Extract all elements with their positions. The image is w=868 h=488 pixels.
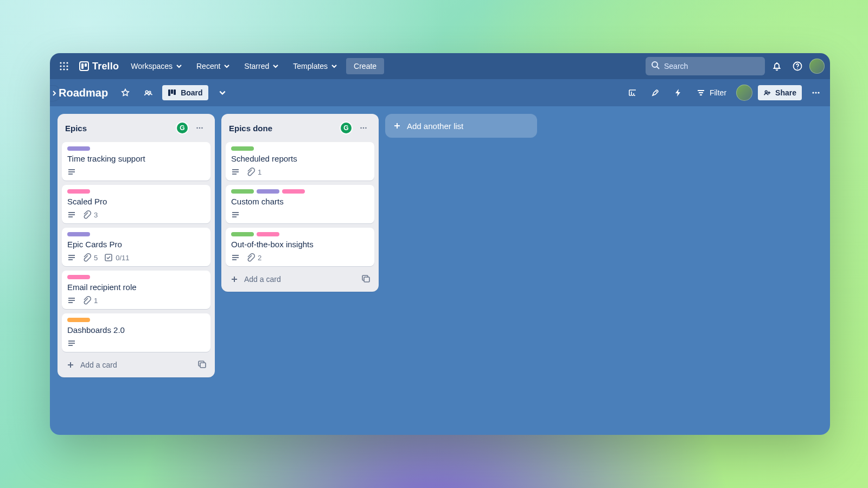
rocket-icon[interactable] <box>647 84 664 101</box>
label-green[interactable] <box>231 232 254 236</box>
create-label: Create <box>354 62 376 70</box>
board-view-button[interactable]: Board <box>162 85 208 100</box>
card-badges: 2 <box>231 253 369 262</box>
card-title: Scaled Pro <box>67 197 205 206</box>
card-template-icon[interactable] <box>361 274 370 284</box>
add-list-button[interactable]: Add another list <box>385 114 537 138</box>
list-menu-icon[interactable] <box>356 120 371 136</box>
attachments-badge: 1 <box>246 168 261 176</box>
card-badges: 1 <box>231 168 369 176</box>
list-menu-icon[interactable] <box>192 120 207 136</box>
list-title[interactable]: Epics done <box>229 124 336 133</box>
label-purple[interactable] <box>257 189 279 194</box>
card[interactable]: Time tracking support <box>62 142 210 181</box>
svg-point-26 <box>196 127 198 129</box>
checklist-badge: 0/11 <box>104 253 129 262</box>
board-menu-icon[interactable] <box>807 84 825 101</box>
attachments-badge: 5 <box>82 253 98 262</box>
board-canvas[interactable]: Epics G Time tracking support Scaled Pro <box>50 106 830 435</box>
add-card-button[interactable]: Add a card <box>62 356 210 373</box>
menu-starred[interactable]: Starred <box>239 59 284 74</box>
powerup-icon[interactable] <box>624 84 641 101</box>
svg-point-3 <box>60 65 61 67</box>
label-green[interactable] <box>231 189 254 194</box>
card[interactable]: Email recipient role 1 <box>62 271 210 309</box>
card-labels <box>67 146 205 151</box>
brand[interactable]: Trello <box>76 61 122 72</box>
svg-rect-20 <box>174 89 176 95</box>
label-pink[interactable] <box>67 189 90 194</box>
star-icon[interactable] <box>117 84 134 101</box>
list-header: Epics done G <box>226 119 374 138</box>
create-button[interactable]: Create <box>346 58 384 74</box>
attachments-badge: 3 <box>82 210 98 219</box>
share-label: Share <box>775 88 796 97</box>
svg-point-1 <box>63 62 65 63</box>
workspace-visibility-icon[interactable] <box>139 84 157 101</box>
menu-label: Starred <box>244 62 269 70</box>
card[interactable]: Dashboards 2.0 <box>62 313 210 352</box>
card-labels <box>67 232 205 236</box>
card-title: Email recipient role <box>67 282 205 292</box>
card[interactable]: Epic Cards Pro 5 0/11 <box>62 228 210 266</box>
card-labels <box>67 275 205 279</box>
label-pink[interactable] <box>257 232 279 236</box>
card-labels <box>67 189 205 194</box>
svg-point-33 <box>363 127 365 129</box>
list-title[interactable]: Epics <box>65 124 173 133</box>
board-name[interactable]: Roadmap <box>55 87 111 99</box>
automation-icon[interactable] <box>669 84 687 101</box>
card-title: Scheduled reports <box>231 154 369 163</box>
svg-point-28 <box>201 127 203 129</box>
card[interactable]: Custom charts <box>226 185 374 223</box>
card[interactable]: Out-of-the-box insights 2 <box>226 228 374 266</box>
expand-sidebar-button[interactable] <box>50 86 59 101</box>
menu-label: Templates <box>293 62 328 70</box>
grammarly-badge-icon: G <box>177 123 188 133</box>
help-icon[interactable] <box>789 57 806 75</box>
label-purple[interactable] <box>67 232 90 236</box>
svg-rect-18 <box>168 89 170 96</box>
svg-point-4 <box>63 65 65 67</box>
search-field[interactable] <box>664 62 760 70</box>
card-labels <box>231 146 369 151</box>
notifications-icon[interactable] <box>768 57 786 75</box>
menu-workspaces[interactable]: Workspaces <box>125 59 188 74</box>
share-button[interactable]: Share <box>758 85 802 100</box>
account-avatar[interactable] <box>809 59 825 74</box>
card-badges: 5 0/11 <box>67 253 205 262</box>
app-window: Trello Workspaces Recent Starred Templat… <box>50 53 830 435</box>
svg-point-24 <box>815 92 816 93</box>
card-template-icon[interactable] <box>197 359 206 370</box>
filter-button[interactable]: Filter <box>692 85 731 100</box>
description-icon <box>67 210 76 219</box>
card-labels <box>231 189 369 194</box>
member-avatar[interactable] <box>736 85 752 101</box>
label-green[interactable] <box>231 146 254 151</box>
svg-point-8 <box>66 68 68 70</box>
chevron-down-icon <box>176 63 182 69</box>
label-pink[interactable] <box>67 275 90 279</box>
svg-point-34 <box>365 127 367 129</box>
card-title: Out-of-the-box insights <box>231 240 369 249</box>
svg-point-23 <box>812 92 814 93</box>
grammarly-badge-icon: G <box>341 123 352 133</box>
search-input[interactable] <box>646 57 765 75</box>
list-header: Epics G <box>62 119 210 138</box>
topbar: Trello Workspaces Recent Starred Templat… <box>50 53 830 79</box>
add-card-button[interactable]: Add a card <box>226 271 374 287</box>
board-view-label: Board <box>181 88 202 97</box>
label-pink[interactable] <box>282 189 305 194</box>
menu-recent[interactable]: Recent <box>191 59 235 74</box>
card-badges <box>231 210 369 219</box>
views-dropdown-icon[interactable] <box>214 84 231 101</box>
label-orange[interactable] <box>67 318 90 322</box>
svg-rect-31 <box>200 363 206 368</box>
card[interactable]: Scaled Pro 3 <box>62 185 210 223</box>
label-purple[interactable] <box>67 146 90 151</box>
app-launcher-icon[interactable] <box>55 57 73 75</box>
card[interactable]: Scheduled reports 1 <box>226 142 374 181</box>
description-icon <box>67 168 76 176</box>
menu-templates[interactable]: Templates <box>288 59 343 74</box>
svg-point-22 <box>765 91 767 93</box>
